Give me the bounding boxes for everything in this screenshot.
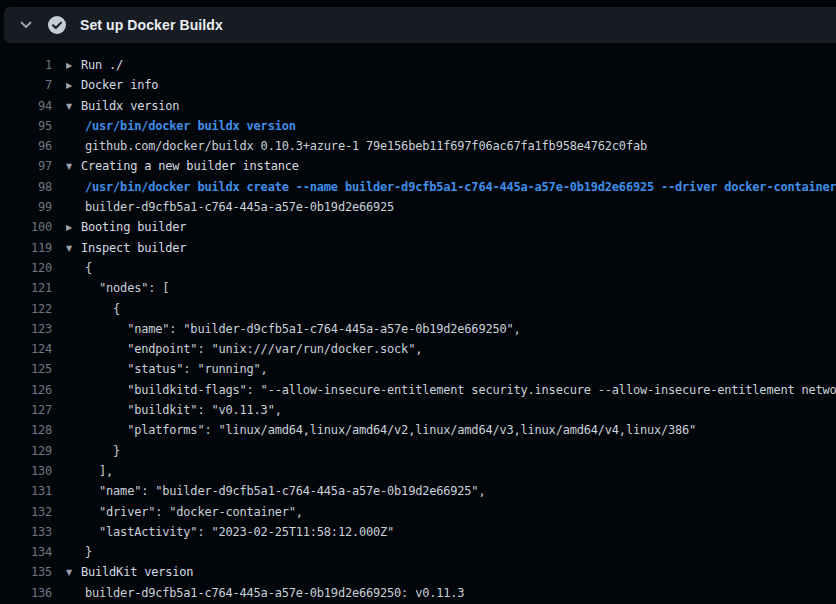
- step-title: Set up Docker Buildx: [80, 17, 223, 33]
- log-row: 124 "endpoint": "unix:///var/run/docker.…: [0, 339, 836, 359]
- log-text: "buildkit": "v0.11.3",: [66, 400, 836, 420]
- log-group-toggle[interactable]: ▶Booting builder: [66, 217, 836, 238]
- log-row: 132 "driver": "docker-container",: [0, 502, 836, 522]
- log-text: "platforms": "linux/amd64,linux/amd64/v2…: [66, 420, 836, 440]
- log-row: 96 github.com/docker/buildx 0.10.3+azure…: [0, 136, 836, 156]
- line-number[interactable]: 97: [0, 156, 52, 176]
- log-group-toggle[interactable]: ▼Inspect builder: [66, 238, 836, 259]
- line-number[interactable]: 99: [0, 197, 52, 217]
- line-number[interactable]: 1: [0, 55, 52, 75]
- line-number[interactable]: 130: [0, 461, 52, 481]
- log-text: builder-d9cfb5a1-c764-445a-a57e-0b19d2e6…: [66, 583, 836, 603]
- chevron-down-icon[interactable]: [18, 17, 34, 33]
- log-row: 94 ▼Buildx version: [0, 96, 836, 116]
- log-text: {: [66, 258, 836, 278]
- log-text: "name": "builder-d9cfb5a1-c764-445a-a57e…: [66, 319, 836, 339]
- log-text: }: [66, 441, 836, 461]
- group-toggle-icon: ▼: [66, 239, 81, 259]
- log-text: "endpoint": "unix:///var/run/docker.sock…: [66, 339, 836, 359]
- log-lines: 1 ▶Run ./ 7 ▶Docker info 94 ▼Buildx vers…: [0, 43, 836, 603]
- line-number[interactable]: 100: [0, 217, 52, 237]
- line-number[interactable]: 127: [0, 400, 52, 420]
- log-row: 134 }: [0, 542, 836, 562]
- group-toggle-icon: ▼: [66, 157, 81, 177]
- log-text: github.com/docker/buildx 0.10.3+azure-1 …: [66, 136, 836, 156]
- log-row: 119 ▼Inspect builder: [0, 238, 836, 258]
- log-text: "driver": "docker-container",: [66, 502, 836, 522]
- log-row: 133 "lastActivity": "2023-02-25T11:58:12…: [0, 522, 836, 542]
- log-row: 126 "buildkitd-flags": "--allow-insecure…: [0, 380, 836, 400]
- line-number[interactable]: 135: [0, 562, 52, 582]
- log-text: {: [66, 299, 836, 319]
- group-toggle-icon: ▶: [66, 218, 81, 238]
- line-number[interactable]: 95: [0, 116, 52, 136]
- log-text: builder-d9cfb5a1-c764-445a-a57e-0b19d2e6…: [66, 197, 836, 217]
- line-number[interactable]: 136: [0, 583, 52, 603]
- log-row: 136 builder-d9cfb5a1-c764-445a-a57e-0b19…: [0, 583, 836, 603]
- log-text: "nodes": [: [66, 278, 836, 298]
- line-number[interactable]: 121: [0, 278, 52, 298]
- line-number[interactable]: 129: [0, 441, 52, 461]
- log-text: "name": "builder-d9cfb5a1-c764-445a-a57e…: [66, 481, 836, 501]
- log-group-toggle[interactable]: ▶Docker info: [66, 75, 836, 96]
- check-circle-icon: [47, 15, 67, 35]
- step-header[interactable]: Set up Docker Buildx: [4, 7, 836, 43]
- log-group-toggle[interactable]: ▶Run ./: [66, 55, 836, 76]
- log-row: 128 "platforms": "linux/amd64,linux/amd6…: [0, 420, 836, 440]
- log-text: }: [66, 542, 836, 562]
- line-number[interactable]: 124: [0, 339, 52, 359]
- log-row: 120 {: [0, 258, 836, 278]
- group-toggle-icon: ▼: [66, 97, 81, 117]
- line-number[interactable]: 128: [0, 420, 52, 440]
- log-row: 131 "name": "builder-d9cfb5a1-c764-445a-…: [0, 481, 836, 501]
- log-row: 1 ▶Run ./: [0, 55, 836, 75]
- line-number[interactable]: 133: [0, 522, 52, 542]
- group-toggle-icon: ▶: [66, 76, 81, 96]
- log-text: /usr/bin/docker buildx create --name bui…: [66, 177, 836, 197]
- log-text: ],: [66, 461, 836, 481]
- line-number[interactable]: 131: [0, 481, 52, 501]
- log-group-toggle[interactable]: ▼Creating a new builder instance: [66, 156, 836, 177]
- group-toggle-icon: ▶: [66, 56, 81, 76]
- line-number[interactable]: 98: [0, 177, 52, 197]
- log-row: 95 /usr/bin/docker buildx version: [0, 116, 836, 136]
- line-number[interactable]: 126: [0, 380, 52, 400]
- log-group-toggle[interactable]: ▼Buildx version: [66, 96, 836, 117]
- log-row: 135 ▼BuildKit version: [0, 562, 836, 582]
- log-row: 121 "nodes": [: [0, 278, 836, 298]
- line-number[interactable]: 119: [0, 238, 52, 258]
- line-number[interactable]: 122: [0, 299, 52, 319]
- line-number[interactable]: 7: [0, 75, 52, 95]
- log-row: 123 "name": "builder-d9cfb5a1-c764-445a-…: [0, 319, 836, 339]
- line-number[interactable]: 132: [0, 502, 52, 522]
- log-row: 122 {: [0, 299, 836, 319]
- log-text: "buildkitd-flags": "--allow-insecure-ent…: [66, 380, 836, 400]
- log-text: "lastActivity": "2023-02-25T11:58:12.000…: [66, 522, 836, 542]
- log-group-toggle[interactable]: ▼BuildKit version: [66, 562, 836, 583]
- log-row: 97 ▼Creating a new builder instance: [0, 156, 836, 176]
- log-row: 100 ▶Booting builder: [0, 217, 836, 237]
- line-number[interactable]: 96: [0, 136, 52, 156]
- log-text: "status": "running",: [66, 359, 836, 379]
- log-row: 98 /usr/bin/docker buildx create --name …: [0, 177, 836, 197]
- log-text: /usr/bin/docker buildx version: [66, 116, 836, 136]
- line-number[interactable]: 123: [0, 319, 52, 339]
- log-row: 99 builder-d9cfb5a1-c764-445a-a57e-0b19d…: [0, 197, 836, 217]
- log-row: 130 ],: [0, 461, 836, 481]
- log-row: 127 "buildkit": "v0.11.3",: [0, 400, 836, 420]
- log-row: 7 ▶Docker info: [0, 75, 836, 95]
- line-number[interactable]: 134: [0, 542, 52, 562]
- line-number[interactable]: 120: [0, 258, 52, 278]
- log-row: 129 }: [0, 441, 836, 461]
- log-row: 125 "status": "running",: [0, 359, 836, 379]
- group-toggle-icon: ▼: [66, 563, 81, 583]
- line-number[interactable]: 94: [0, 96, 52, 116]
- line-number[interactable]: 125: [0, 359, 52, 379]
